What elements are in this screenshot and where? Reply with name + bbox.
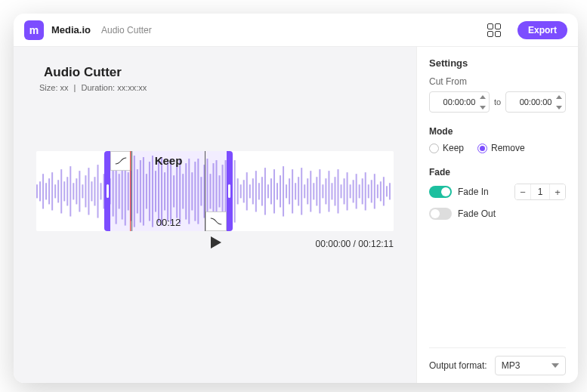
time-current: 00:00:00 (316, 239, 351, 249)
duration-label: Duration: (82, 83, 116, 92)
svg-rect-12 (73, 183, 74, 199)
fade-out-toggle[interactable] (429, 208, 452, 220)
fade-in-stepper[interactable]: − 1 + (514, 184, 566, 200)
stepper-plus-button[interactable]: + (550, 184, 565, 199)
svg-rect-100 (341, 184, 342, 198)
svg-rect-115 (386, 186, 388, 196)
fade-out-label: Fade Out (458, 208, 496, 219)
fade-in-label: Fade In (458, 187, 489, 197)
chevron-down-icon (478, 104, 487, 110)
svg-rect-14 (79, 171, 80, 211)
selection-range[interactable]: Keep 00:12 (104, 151, 233, 231)
svg-rect-110 (371, 180, 372, 202)
svg-rect-86 (298, 177, 299, 205)
chevron-down-icon (551, 363, 559, 368)
mode-keep-radio[interactable]: Keep (429, 143, 464, 153)
brand-logo[interactable]: m (24, 20, 44, 40)
play-button[interactable] (208, 235, 223, 252)
mode-keep-label: Keep (443, 143, 464, 153)
selection-handle-left[interactable] (107, 184, 109, 198)
svg-rect-76 (267, 184, 269, 198)
cut-from-value: 00:00:00 (443, 97, 476, 106)
brand-name: Media.io (51, 24, 91, 35)
svg-rect-99 (338, 169, 339, 213)
svg-rect-72 (255, 171, 257, 211)
svg-rect-17 (88, 168, 89, 215)
page-title: Audio Cutter (44, 65, 394, 80)
svg-rect-2 (42, 174, 44, 208)
size-label: Size: (39, 83, 57, 92)
fade-in-toggle[interactable] (429, 186, 452, 198)
svg-rect-1 (39, 181, 41, 201)
svg-rect-8 (60, 169, 62, 213)
time-total: 00:12:11 (358, 239, 394, 249)
mode-remove-label: Remove (491, 143, 525, 153)
svg-rect-4 (48, 178, 50, 204)
svg-rect-77 (270, 178, 272, 204)
cut-to-value: 00:00:00 (520, 97, 552, 106)
svg-rect-19 (94, 177, 95, 205)
duration-value: xx:xx:xx (117, 83, 147, 92)
selection-time: 00:12 (110, 217, 227, 228)
radio-icon (429, 144, 439, 153)
svg-rect-113 (380, 181, 382, 201)
svg-rect-7 (57, 180, 59, 202)
waveform-track[interactable]: Keep 00:12 (36, 151, 394, 231)
svg-rect-83 (289, 178, 290, 204)
mode-remove-radio[interactable]: Remove (477, 143, 525, 153)
main-panel: Audio Cutter Size: xx | Duration: xx:xx:… (14, 47, 416, 383)
svg-rect-109 (368, 184, 369, 198)
svg-rect-112 (377, 184, 378, 198)
topbar: m Media.io Audio Cutter Export (14, 14, 578, 47)
playhead-cursor[interactable] (130, 151, 131, 231)
svg-rect-81 (283, 166, 284, 216)
cut-from-input[interactable]: 00:00:00 (429, 91, 490, 113)
cut-to-input[interactable]: 00:00:00 (505, 91, 566, 113)
settings-panel: Settings Cut From 00:00:00 to 00:00:00 (416, 47, 578, 383)
fade-heading: Fade (429, 167, 566, 177)
stepper-minus-button[interactable]: − (515, 184, 530, 199)
svg-rect-111 (374, 174, 375, 208)
svg-rect-65 (234, 160, 236, 223)
svg-rect-103 (350, 184, 351, 198)
time-separator: / (351, 239, 358, 249)
svg-rect-3 (45, 183, 47, 199)
svg-rect-116 (389, 183, 391, 199)
svg-rect-9 (63, 181, 65, 201)
output-format-value: MP3 (502, 360, 521, 371)
svg-rect-92 (316, 177, 317, 205)
output-format-label: Output format: (429, 360, 487, 371)
breadcrumb: Audio Cutter (101, 25, 152, 35)
svg-rect-87 (301, 168, 302, 215)
svg-rect-102 (347, 172, 348, 210)
svg-rect-91 (313, 183, 314, 199)
svg-rect-93 (319, 169, 320, 213)
svg-rect-96 (328, 171, 329, 211)
cut-from-spinner[interactable] (478, 94, 487, 110)
svg-rect-85 (295, 183, 296, 199)
meta-separator: | (74, 83, 76, 92)
file-meta: Size: xx | Duration: xx:xx:xx (39, 83, 394, 92)
output-format-select[interactable]: MP3 (495, 356, 566, 375)
svg-rect-104 (353, 180, 354, 202)
svg-rect-75 (264, 168, 266, 215)
svg-rect-70 (249, 184, 251, 198)
svg-rect-15 (82, 184, 83, 198)
svg-rect-90 (310, 171, 311, 211)
svg-rect-66 (237, 178, 239, 204)
svg-rect-105 (356, 174, 357, 208)
svg-rect-84 (292, 169, 293, 213)
svg-rect-6 (54, 184, 56, 198)
selection-handle-right[interactable] (228, 184, 230, 198)
svg-rect-114 (383, 177, 385, 205)
export-button[interactable]: Export (517, 21, 567, 39)
apps-icon[interactable] (487, 23, 501, 37)
svg-rect-0 (36, 184, 38, 198)
svg-rect-80 (280, 175, 281, 207)
body: Audio Cutter Size: xx | Duration: xx:xx:… (14, 47, 578, 383)
cut-to-spinner[interactable] (555, 94, 564, 110)
svg-rect-88 (304, 184, 305, 198)
app-window: m Media.io Audio Cutter Export Audio Cut… (14, 14, 578, 383)
svg-rect-97 (331, 183, 332, 199)
svg-rect-101 (344, 178, 345, 204)
